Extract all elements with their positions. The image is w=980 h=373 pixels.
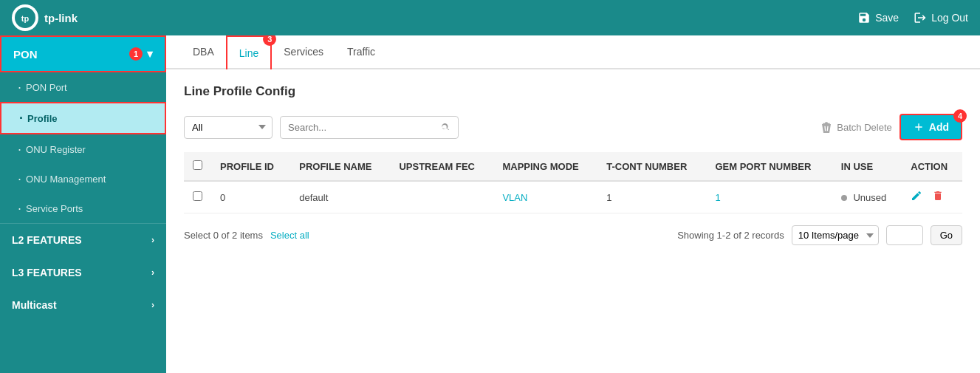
go-button[interactable]: Go xyxy=(931,225,962,245)
dot-icon: · xyxy=(18,172,21,185)
plus-icon xyxy=(913,121,925,133)
tab-dba[interactable]: DBA xyxy=(181,35,226,69)
save-icon xyxy=(857,11,871,24)
row-in-use: Unused xyxy=(832,181,902,213)
page-title: Line Profile Config xyxy=(184,84,962,99)
chevron-right-icon: › xyxy=(151,300,154,310)
page-body: Line Profile Config All Batch Delete xyxy=(166,69,980,373)
tab-line-label: Line xyxy=(239,47,258,59)
sidebar-item-onu-register[interactable]: · ONU Register xyxy=(0,134,166,164)
row-in-use-label: Unused xyxy=(853,192,886,203)
multicast-label: Multicast xyxy=(12,299,57,311)
table-row: 0 default VLAN 1 1 Unused xyxy=(184,181,962,213)
header-tcont-number: T-CONT NUMBER xyxy=(597,152,706,181)
search-input[interactable] xyxy=(288,122,436,133)
search-icon xyxy=(440,122,450,132)
tab-bar: DBA Line 3 Services Traffic xyxy=(166,35,980,69)
chevron-right-icon: › xyxy=(151,267,154,278)
footer-left: Select 0 of 2 items Select all xyxy=(184,230,309,241)
sidebar-item-profile[interactable]: · Profile xyxy=(0,102,166,134)
row-tcont-number: 1 xyxy=(597,181,706,213)
table-body: 0 default VLAN 1 1 Unused xyxy=(184,181,962,213)
l2-features-label: L2 FEATURES xyxy=(12,234,82,246)
status-dot-icon xyxy=(841,195,847,201)
sidebar-pon-label: PON xyxy=(13,48,38,61)
logout-button[interactable]: Log Out xyxy=(914,11,968,24)
header-checkbox xyxy=(184,152,211,181)
dot-icon: · xyxy=(18,81,21,94)
logo-icon: tp xyxy=(12,4,38,31)
dot-icon: · xyxy=(18,202,21,215)
tab-dba-label: DBA xyxy=(193,46,214,58)
table-header-row: PROFILE ID PROFILE NAME UPSTREAM FEC MAP… xyxy=(184,152,962,181)
footer-right: Showing 1-2 of 2 records 10 Items/page 2… xyxy=(677,225,962,245)
select-count: Select 0 of 2 items xyxy=(184,230,263,241)
sidebar-item-profile-label: Profile xyxy=(27,113,57,124)
select-all-checkbox[interactable] xyxy=(193,160,202,170)
row-checkbox[interactable] xyxy=(193,191,202,201)
row-mapping-mode: VLAN xyxy=(493,181,597,213)
batch-delete-label: Batch Delete xyxy=(837,122,891,133)
row-gem-port-number: 1 xyxy=(706,181,832,213)
pon-badge-wrapper: 1 xyxy=(129,47,143,61)
sidebar-item-pon-port-label: PON Port xyxy=(26,82,67,93)
filter-select[interactable]: All xyxy=(184,116,273,139)
sidebar-pon-section: PON 1 ▾ · PON Port · Profile · ONU Regis… xyxy=(0,35,166,224)
save-button[interactable]: Save xyxy=(857,11,899,24)
sidebar-item-service-ports-label: Service Ports xyxy=(26,203,83,214)
brand-name: tp-link xyxy=(44,12,78,24)
main-layout: PON 1 ▾ · PON Port · Profile · ONU Regis… xyxy=(0,35,980,373)
add-label: Add xyxy=(929,121,949,133)
sidebar-item-multicast[interactable]: Multicast › xyxy=(0,289,166,321)
sidebar-item-onu-management-label: ONU Management xyxy=(26,174,106,185)
main-content: DBA Line 3 Services Traffic Line Profile… xyxy=(166,35,980,373)
sidebar-item-l2-features[interactable]: L2 FEATURES › xyxy=(0,224,166,256)
delete-icon[interactable] xyxy=(932,191,944,204)
save-label: Save xyxy=(875,12,899,24)
logout-label: Log Out xyxy=(931,12,968,24)
add-button[interactable]: 4 Add xyxy=(900,114,962,140)
showing-text: Showing 1-2 of 2 records xyxy=(677,230,784,241)
header-profile-name: PROFILE NAME xyxy=(290,152,390,181)
tab-line[interactable]: Line 3 xyxy=(226,35,272,69)
profile-table: PROFILE ID PROFILE NAME UPSTREAM FEC MAP… xyxy=(184,152,962,213)
sidebar-pon-header[interactable]: PON 1 ▾ xyxy=(0,35,166,72)
row-upstream-fec xyxy=(390,181,493,213)
edit-icon[interactable] xyxy=(911,191,925,204)
tab-services[interactable]: Services xyxy=(272,35,335,69)
toolbar: All Batch Delete 4 Add xyxy=(184,114,962,140)
items-per-page-select[interactable]: 10 Items/page 20 Items/page 50 Items/pag… xyxy=(792,225,879,245)
top-nav: tp tp-link Save Log Out xyxy=(0,0,980,35)
brand-area: tp tp-link xyxy=(12,4,78,31)
table-head: PROFILE ID PROFILE NAME UPSTREAM FEC MAP… xyxy=(184,152,962,181)
header-mapping-mode: MAPPING MODE xyxy=(493,152,597,181)
header-action: ACTION xyxy=(902,152,962,181)
add-badge: 4 xyxy=(953,109,967,123)
row-profile-id: 0 xyxy=(211,181,290,213)
header-gem-port-number: GEM PORT NUMBER xyxy=(706,152,832,181)
pon-badge: 1 xyxy=(129,47,143,61)
search-box xyxy=(280,116,459,139)
top-nav-actions: Save Log Out xyxy=(857,11,968,24)
header-in-use: IN USE xyxy=(832,152,902,181)
page-go-input[interactable] xyxy=(886,225,923,245)
sidebar: PON 1 ▾ · PON Port · Profile · ONU Regis… xyxy=(0,35,166,373)
batch-delete-button[interactable]: Batch Delete xyxy=(820,121,891,133)
sidebar-item-pon-port[interactable]: · PON Port xyxy=(0,72,166,102)
sidebar-item-service-ports[interactable]: · Service Ports xyxy=(0,194,166,223)
logout-icon xyxy=(914,11,927,24)
header-upstream-fec: UPSTREAM FEC xyxy=(390,152,493,181)
dot-icon: · xyxy=(19,112,23,125)
row-action-cell xyxy=(902,181,962,213)
tab-traffic-label: Traffic xyxy=(347,46,375,58)
chevron-right-icon: › xyxy=(151,235,154,245)
pon-chevron-icon: ▾ xyxy=(147,47,153,61)
row-checkbox-cell xyxy=(184,181,211,213)
header-profile-id: PROFILE ID xyxy=(211,152,290,181)
toolbar-left: All xyxy=(184,116,459,139)
select-all-link[interactable]: Select all xyxy=(270,230,309,241)
sidebar-item-l3-features[interactable]: L3 FEATURES › xyxy=(0,256,166,289)
tab-traffic[interactable]: Traffic xyxy=(335,35,387,69)
sidebar-item-onu-management[interactable]: · ONU Management xyxy=(0,164,166,194)
l3-features-label: L3 FEATURES xyxy=(12,267,82,278)
